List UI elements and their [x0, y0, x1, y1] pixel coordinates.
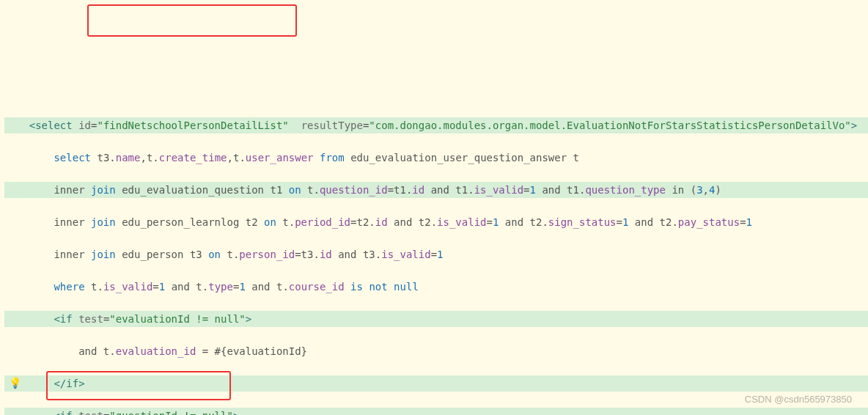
- watermark: CSDN @csdn565973850: [745, 392, 852, 408]
- code-editor[interactable]: <select id="findNetschoolPersonDetailLis…: [0, 97, 868, 415]
- highlight-box-columns: [87, 4, 297, 37]
- select-tag-open: <select: [29, 120, 73, 131]
- intention-bulb-icon[interactable]: 💡: [9, 375, 19, 385]
